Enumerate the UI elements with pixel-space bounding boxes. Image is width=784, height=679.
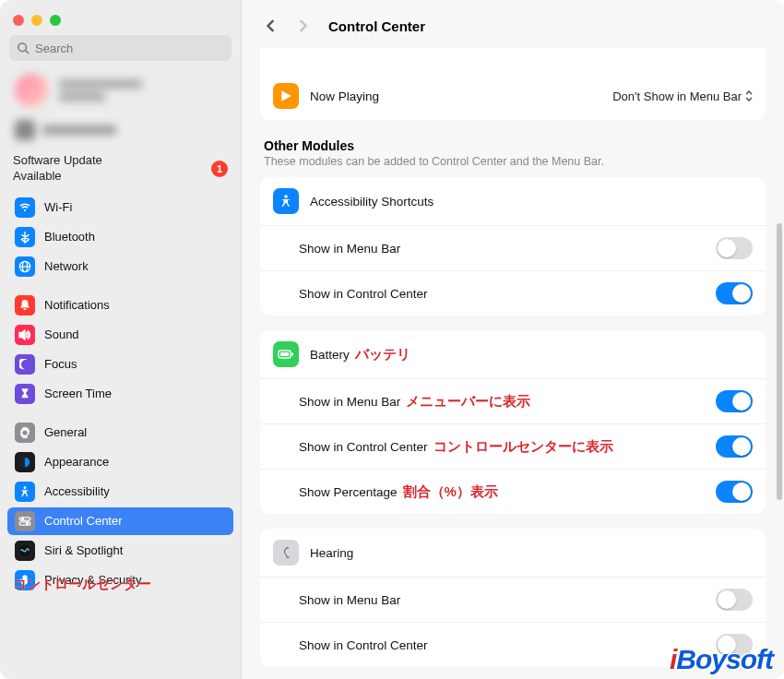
- hearing-menubar-row: Show in Menu Bar: [260, 577, 766, 622]
- battery-header-row: Battery バッテリ: [260, 330, 766, 378]
- access-icon: [15, 482, 35, 502]
- hearing-menubar-toggle[interactable]: [716, 589, 753, 611]
- hearing-cc-label: Show in Control Center: [299, 638, 705, 652]
- hearing-menubar-label: Show in Menu Bar: [299, 593, 705, 607]
- accessibility-cc-row: Show in Control Center: [260, 270, 766, 316]
- accessibility-cc-label: Show in Control Center: [299, 287, 705, 301]
- watermark: iBoysoft: [670, 644, 773, 675]
- sidebar-item-label: Control Center: [44, 514, 123, 528]
- accessibility-cc-toggle[interactable]: [716, 282, 753, 304]
- sound-icon: [15, 325, 35, 345]
- sidebar-item-label: Screen Time: [44, 387, 112, 400]
- battery-cc-label: Show in Control Center: [299, 440, 428, 454]
- annotation-battery: バッテリ: [355, 346, 410, 363]
- update-line1: Software Update: [13, 153, 102, 167]
- sidebar-item-siri-spotlight[interactable]: Siri & Spotlight: [7, 537, 233, 565]
- card-accessibility: Accessibility Shortcuts Show in Menu Bar…: [260, 177, 766, 316]
- apple-id-item[interactable]: [0, 70, 241, 111]
- other-modules-subtitle: These modules can be added to Control Ce…: [260, 155, 766, 177]
- up-down-chevron-icon: [745, 90, 753, 101]
- svg-point-10: [22, 518, 24, 519]
- battery-percentage-toggle[interactable]: [716, 481, 753, 503]
- cc-icon: [15, 511, 35, 531]
- search-icon: [17, 42, 30, 54]
- sidebar-item-label: Appearance: [44, 455, 109, 469]
- sidebar-item-label: Wi-Fi: [44, 200, 72, 214]
- accessibility-menubar-toggle[interactable]: [716, 237, 753, 259]
- sidebar-item-label: Siri & Spotlight: [44, 543, 123, 557]
- svg-point-7: [24, 486, 27, 489]
- search-input[interactable]: [35, 42, 224, 55]
- sidebar-item-sound[interactable]: Sound: [7, 321, 233, 349]
- sidebar-item-notifications[interactable]: Notifications: [7, 292, 233, 319]
- accessibility-icon: [273, 188, 299, 214]
- sidebar-item-general[interactable]: General: [7, 419, 233, 447]
- now-playing-label: Now Playing: [310, 89, 601, 103]
- scrollbar-thumb[interactable]: [777, 223, 782, 500]
- annotation-percentage: 割合（%）表示: [403, 483, 498, 501]
- accessibility-title: Accessibility Shortcuts: [310, 195, 753, 208]
- battery-cc-toggle[interactable]: [716, 435, 753, 458]
- battery-percentage-label: Show Percentage: [299, 485, 398, 499]
- now-playing-value-popup[interactable]: Don't Show in Menu Bar: [612, 89, 753, 103]
- content-scroll[interactable]: Now Playing Don't Show in Menu Bar Other…: [242, 48, 784, 679]
- minimize-window-button[interactable]: [31, 15, 42, 26]
- moon-icon: [15, 354, 35, 375]
- sidebar-item-label: Network: [44, 259, 89, 273]
- hearing-title: Hearing: [310, 546, 753, 560]
- sidebar-item-appearance[interactable]: Appearance: [7, 448, 233, 476]
- search-field[interactable]: [9, 35, 232, 61]
- battery-title: Battery: [310, 348, 350, 362]
- accessibility-header-row: Accessibility Shortcuts: [260, 177, 766, 225]
- sidebar-item-label: Accessibility: [44, 484, 110, 498]
- sidebar-item-label: Sound: [44, 328, 79, 341]
- bt-icon: [15, 227, 35, 247]
- svg-point-0: [18, 43, 27, 52]
- sidebar-item-label: Notifications: [44, 298, 110, 312]
- sidebar-item-accessibility[interactable]: Accessibility: [7, 478, 233, 506]
- globe-icon: [15, 256, 35, 277]
- svg-point-11: [27, 522, 29, 524]
- close-window-button[interactable]: [13, 15, 24, 26]
- svg-line-1: [26, 51, 30, 54]
- svg-marker-13: [281, 90, 291, 101]
- hour-icon: [15, 384, 35, 404]
- sidebar-nav: Wi-FiBluetoothNetwork NotificationsSound…: [0, 194, 241, 679]
- sidebar-item-wi-fi[interactable]: Wi-Fi: [7, 194, 233, 221]
- sidebar-item-label: Bluetooth: [44, 230, 95, 244]
- nav-forward-button[interactable]: [290, 13, 315, 39]
- page-title: Control Center: [328, 18, 425, 34]
- annotation-cc: コントロールセンターに表示: [434, 438, 613, 456]
- software-update-item[interactable]: Software Update Available 1: [0, 148, 241, 194]
- battery-icon: [273, 341, 299, 367]
- annotation-menubar: メニューバーに表示: [406, 393, 530, 411]
- sidebar-item-bluetooth[interactable]: Bluetooth: [7, 223, 233, 251]
- nav-back-button[interactable]: [258, 13, 284, 39]
- sidebar-item-focus[interactable]: Focus: [7, 351, 233, 378]
- annotation-sidebar-cc: コントロールセンター: [13, 576, 151, 593]
- sidebar-item-control-center[interactable]: Control Center: [7, 507, 233, 535]
- sidebar-item-label: General: [44, 425, 87, 439]
- svg-rect-17: [280, 352, 289, 356]
- accessibility-menubar-row: Show in Menu Bar: [260, 225, 766, 270]
- battery-menubar-toggle[interactable]: [716, 390, 753, 412]
- card-partial: Now Playing Don't Show in Menu Bar: [260, 48, 766, 120]
- family-item[interactable]: [0, 111, 241, 148]
- card-battery: Battery バッテリ Show in Menu Bar メニューバーに表示 …: [260, 330, 766, 514]
- hearing-icon: [273, 540, 299, 566]
- battery-cc-row: Show in Control Center コントロールセンターに表示: [260, 423, 766, 469]
- system-settings-window: Software Update Available 1 Wi-FiBluetoo…: [0, 0, 784, 679]
- content-pane: Control Center Now Playing Don't Show in…: [242, 0, 784, 679]
- other-modules-title: Other Modules: [260, 135, 766, 155]
- content-header: Control Center: [242, 0, 784, 48]
- window-controls: [0, 7, 241, 35]
- update-line2: Available: [13, 169, 62, 183]
- sidebar-item-screen-time[interactable]: Screen Time: [7, 380, 233, 408]
- sidebar-item-network[interactable]: Network: [7, 253, 233, 280]
- sidebar-item-label: Focus: [44, 357, 77, 371]
- row-peek-prev: [260, 48, 766, 72]
- siri-icon: [15, 541, 35, 561]
- now-playing-icon: [273, 83, 299, 109]
- zoom-window-button[interactable]: [50, 15, 61, 26]
- hearing-header-row: Hearing: [260, 529, 766, 577]
